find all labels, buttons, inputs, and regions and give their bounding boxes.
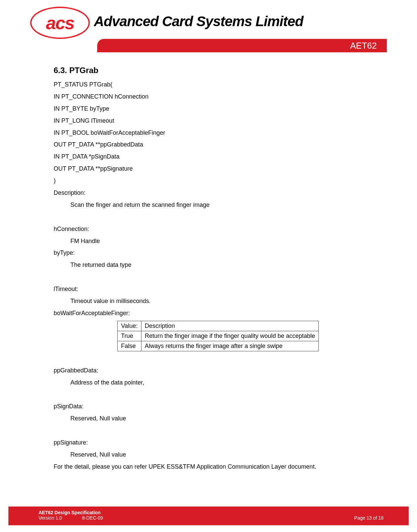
param-text: Timeout value in milliseconds. <box>54 297 387 306</box>
signature-line: IN PT_BOOL boWaitForAcceptableFinger <box>54 128 387 138</box>
table-cell: Always returns the finger image after a … <box>141 341 318 351</box>
table-row: True Return the finger image if the fing… <box>118 331 319 341</box>
footer-title: AET62 Design Specification <box>39 510 103 515</box>
document-content: 6.3. PTGrab PT_STATUS PTGrab( IN PT_CONN… <box>0 52 417 472</box>
table-row: False Always returns the finger image af… <box>118 341 319 351</box>
table-cell: True <box>118 331 141 341</box>
company-name: Advanced Card Systems Limited <box>94 13 387 29</box>
signature-line: OUT PT_DATA **ppGrabbedData <box>54 140 387 150</box>
signature-line: IN PT_CONNECTION hConnection <box>54 92 387 102</box>
param-text: Address of the data pointer, <box>54 378 387 388</box>
param-label: boWaitForAcceptableFinger: <box>54 309 387 318</box>
param-text: The returned data type <box>54 260 387 270</box>
param-text: FM Handle <box>54 237 387 246</box>
page-footer: AET62 Design Specification Version 1.0 8… <box>0 507 417 525</box>
bowait-table: Value: Description True Return the finge… <box>117 321 319 351</box>
param-label: lTimeout: <box>54 285 387 294</box>
section-title: 6.3. PTGrab <box>54 66 387 75</box>
signature-line: IN PT_BYTE byType <box>54 104 387 114</box>
signature-line: OUT PT_DATA **ppSignature <box>54 164 387 174</box>
param-label: ppGrabbedData: <box>54 366 387 375</box>
param-label: ppSignature: <box>54 438 387 448</box>
signature-line: IN PT_DATA *pSignData <box>54 152 387 162</box>
param-text: Reserved, Null value <box>54 450 387 460</box>
footer-version: Version 1.0 <box>39 515 62 521</box>
closing-text: For the detail, please you can refer UPE… <box>54 462 387 472</box>
table-row: Value: Description <box>118 321 319 331</box>
footer-page: Page 13 of 18 <box>354 515 383 521</box>
signature-line: ) <box>54 176 387 186</box>
description-label: Description: <box>54 188 387 198</box>
header-product-code: AET62 <box>350 41 377 51</box>
table-cell: Description <box>141 321 318 331</box>
page-header: acs Advanced Card Systems Limited <box>0 0 417 36</box>
table-cell: Return the finger image if the finger qu… <box>141 331 318 341</box>
acs-logo: acs <box>30 7 87 36</box>
footer-date: 8-DEC-09 <box>82 515 103 521</box>
description-text: Scan the finger and return the scanned f… <box>54 200 387 210</box>
param-text: Reserved, Null value <box>54 414 387 423</box>
table-cell: False <box>118 341 141 351</box>
logo-text: acs <box>46 12 74 33</box>
param-label: hConnection: <box>54 225 387 234</box>
table-cell: Value: <box>118 321 141 331</box>
param-label: pSignData: <box>54 402 387 411</box>
header-red-bar: AET62 <box>97 39 387 52</box>
param-label: byType: <box>54 248 387 258</box>
signature-line: PT_STATUS PTGrab( <box>54 80 387 90</box>
signature-line: IN PT_LONG lTimeout <box>54 116 387 126</box>
